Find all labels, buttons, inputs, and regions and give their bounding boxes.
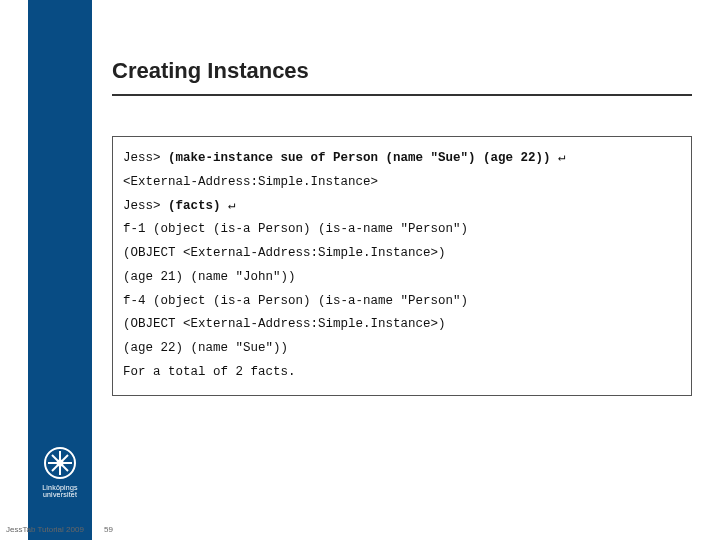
code-line: For a total of 2 facts. — [123, 365, 296, 379]
university-logo: Linköpings universitet — [28, 446, 92, 498]
code-line: <External-Address:Simple.Instance> — [123, 175, 378, 189]
seal-icon — [43, 446, 77, 480]
code-line: f-1 (object (is-a Person) (is-a-name "Pe… — [123, 222, 468, 236]
content-area: Creating Instances Jess> (make-instance … — [112, 58, 692, 396]
code-line: (age 22) (name "Sue")) — [123, 341, 288, 355]
code-box: Jess> (make-instance sue of Person (name… — [112, 136, 692, 396]
footer: JessTab Tutorial 2009 59 — [6, 525, 113, 534]
code-line: f-4 (object (is-a Person) (is-a-name "Pe… — [123, 294, 468, 308]
page-number: 59 — [104, 525, 113, 534]
slide-title: Creating Instances — [112, 58, 692, 96]
code-line: (OBJECT <External-Address:Simple.Instanc… — [123, 317, 446, 331]
logo-text: Linköpings universitet — [28, 484, 92, 498]
code-line: (age 21) (name "John")) — [123, 270, 296, 284]
code-line: Jess> (make-instance sue of Person (name… — [123, 151, 566, 165]
code-line: Jess> (facts) ↵ — [123, 199, 236, 213]
slide: Creating Instances Jess> (make-instance … — [0, 0, 720, 540]
svg-point-1 — [57, 460, 64, 467]
footer-text: JessTab Tutorial 2009 — [6, 525, 84, 534]
code-line: (OBJECT <External-Address:Simple.Instanc… — [123, 246, 446, 260]
